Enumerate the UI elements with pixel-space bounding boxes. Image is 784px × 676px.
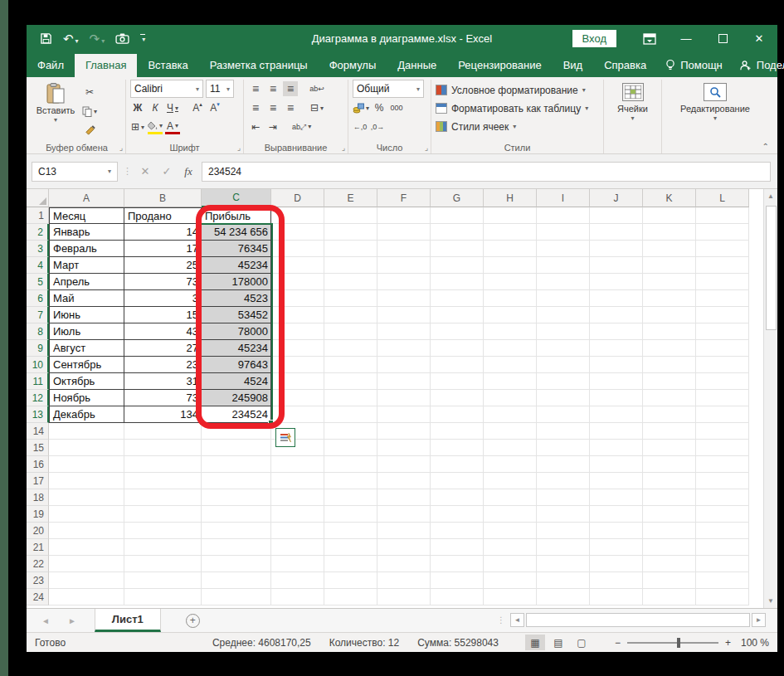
cell-G10[interactable] [431, 357, 484, 373]
cell-D3[interactable] [271, 241, 324, 257]
cell-J23[interactable] [590, 572, 643, 589]
cell-H5[interactable] [484, 274, 537, 290]
cell-L23[interactable] [696, 572, 749, 589]
cell-F11[interactable] [377, 373, 431, 390]
decrease-indent-icon[interactable]: ⇤ [248, 119, 263, 134]
sheet-nav-left-icon[interactable]: ◄ [41, 616, 50, 625]
row-header-7[interactable]: 7 [27, 307, 49, 323]
cell-I19[interactable] [537, 506, 590, 523]
customize-quick-access-icon[interactable] [140, 34, 145, 43]
cell-G12[interactable] [431, 390, 484, 406]
cell-A9[interactable]: Август [49, 340, 124, 357]
cell-B18[interactable] [124, 489, 202, 506]
cell-L14[interactable] [696, 423, 749, 440]
cell-I22[interactable] [537, 556, 590, 572]
cell-J9[interactable] [590, 340, 643, 357]
column-header-K[interactable]: K [643, 189, 696, 207]
cell-I16[interactable] [537, 456, 590, 473]
cell-F5[interactable] [377, 274, 431, 290]
cell-G18[interactable] [431, 489, 484, 506]
cell-J17[interactable] [590, 473, 643, 489]
cell-B21[interactable] [124, 539, 202, 556]
format-painter-icon[interactable] [82, 123, 97, 138]
paste-dropdown-caret[interactable]: ▾ [54, 116, 57, 124]
underline-button[interactable]: Ч [165, 100, 180, 115]
increase-decimal-button[interactable]: ←,0 [353, 119, 368, 134]
scrollbar-grip[interactable]: ⋮ [497, 615, 505, 625]
cell-H11[interactable] [484, 373, 537, 390]
cell-D24[interactable] [271, 589, 324, 605]
cell-I4[interactable] [537, 257, 590, 274]
cell-E18[interactable] [324, 489, 377, 506]
horizontal-scrollbar[interactable]: ⋮ ◄ ► [497, 613, 766, 627]
cell-J5[interactable] [590, 274, 643, 290]
tab-page-layout[interactable]: Разметка страницы [199, 54, 319, 77]
cell-D11[interactable] [271, 373, 324, 390]
wrap-text-icon[interactable]: ab↩ [309, 81, 324, 96]
cell-K12[interactable] [643, 390, 696, 406]
cell-C9[interactable]: 45234 [202, 340, 271, 357]
cell-C5[interactable]: 178000 [202, 274, 271, 290]
cell-E19[interactable] [324, 506, 377, 523]
cell-D12[interactable] [271, 390, 324, 406]
close-button[interactable]: ✕ [741, 25, 777, 52]
cell-E17[interactable] [324, 473, 377, 489]
cell-C7[interactable]: 53452 [202, 307, 271, 323]
cell-E4[interactable] [324, 257, 377, 274]
tab-help[interactable]: Справка [593, 54, 657, 77]
column-header-G[interactable]: G [431, 189, 484, 207]
row-header-3[interactable]: 3 [27, 241, 49, 257]
cell-B8[interactable]: 43 [124, 323, 202, 340]
cell-D17[interactable] [271, 473, 324, 489]
cell-G8[interactable] [431, 323, 484, 340]
cell-E6[interactable] [324, 290, 377, 307]
scroll-left-icon[interactable]: ◄ [510, 613, 524, 627]
cell-H9[interactable] [484, 340, 537, 357]
undo-icon[interactable]: ↶ [63, 32, 79, 45]
cell-B12[interactable]: 73 [124, 390, 202, 406]
cell-D18[interactable] [271, 489, 324, 506]
cell-D19[interactable] [271, 506, 324, 523]
align-left-icon[interactable] [248, 100, 263, 115]
cell-C13[interactable]: 234524 [202, 406, 271, 423]
cell-I10[interactable] [537, 357, 590, 373]
cell-G14[interactable] [431, 423, 484, 440]
cell-A17[interactable] [49, 473, 124, 489]
cell-C12[interactable]: 245908 [202, 390, 271, 406]
enter-icon[interactable]: ✓ [158, 165, 175, 178]
row-header-2[interactable]: 2 [27, 224, 49, 241]
cell-K24[interactable] [643, 589, 696, 605]
row-header-5[interactable]: 5 [27, 274, 49, 290]
cell-G6[interactable] [431, 290, 484, 307]
collapse-ribbon-icon[interactable]: ⌃ [762, 142, 769, 151]
cell-K6[interactable] [643, 290, 696, 307]
cell-K8[interactable] [643, 323, 696, 340]
cell-G2[interactable] [431, 224, 484, 241]
cell-K15[interactable] [643, 440, 696, 456]
cell-E23[interactable] [324, 572, 377, 589]
cell-J20[interactable] [590, 523, 643, 539]
cell-L10[interactable] [696, 357, 749, 373]
scroll-down-icon[interactable]: ▼ [767, 594, 774, 608]
cell-F3[interactable] [377, 241, 431, 257]
row-header-4[interactable]: 4 [27, 257, 49, 274]
align-top-icon[interactable] [248, 81, 263, 96]
cell-K20[interactable] [643, 523, 696, 539]
tell-me-assistant[interactable]: Помощн [657, 54, 731, 77]
row-header-11[interactable]: 11 [27, 373, 49, 390]
row-header-22[interactable]: 22 [27, 556, 49, 572]
cell-F20[interactable] [377, 523, 431, 539]
cell-L18[interactable] [696, 489, 749, 506]
decrease-decimal-button[interactable]: ,0→ [370, 119, 385, 134]
cell-I12[interactable] [537, 390, 590, 406]
cell-J2[interactable] [590, 224, 643, 241]
name-box[interactable]: C13 ▾ [32, 162, 118, 182]
add-sheet-icon[interactable]: + [186, 614, 200, 628]
font-dialog-launcher-icon[interactable]: ⌟ [237, 143, 241, 152]
cell-C22[interactable] [202, 556, 271, 572]
bold-button[interactable]: Ж [130, 100, 145, 115]
cell-F9[interactable] [377, 340, 431, 357]
cell-F23[interactable] [377, 572, 431, 589]
cell-H12[interactable] [484, 390, 537, 406]
cell-I20[interactable] [537, 523, 590, 539]
